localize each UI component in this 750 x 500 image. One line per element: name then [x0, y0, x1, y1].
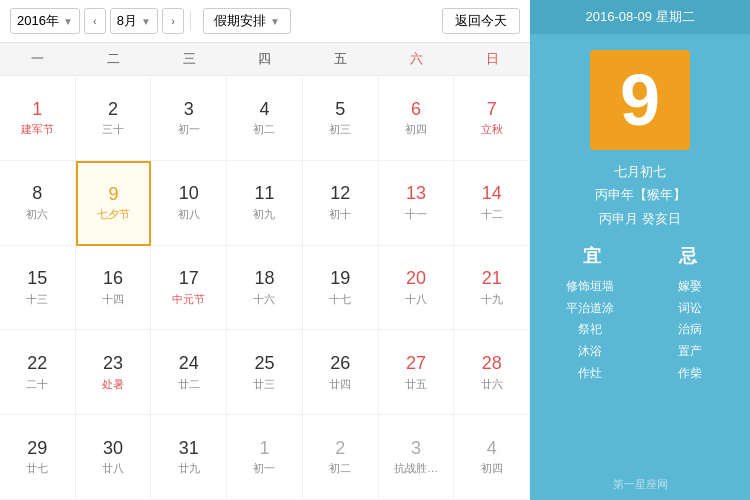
- yi-item: 作灶: [544, 363, 636, 385]
- day-cell[interactable]: 7立秋: [454, 76, 530, 161]
- weekday-cell: 一: [0, 43, 76, 75]
- day-cell[interactable]: 8初六: [0, 161, 76, 246]
- lunar-line3: 丙申月 癸亥日: [595, 207, 686, 230]
- day-lunar: 初二: [329, 461, 351, 476]
- day-cell[interactable]: 3初一: [151, 76, 227, 161]
- day-cell[interactable]: 10初八: [151, 161, 227, 246]
- holiday-arrow: ▼: [270, 16, 280, 27]
- day-number: 22: [27, 353, 47, 375]
- day-cell[interactable]: 2三十: [76, 76, 152, 161]
- ji-item: 词讼: [644, 298, 736, 320]
- day-cell[interactable]: 1初一: [227, 415, 303, 500]
- yi-item: 平治道涂: [544, 298, 636, 320]
- day-lunar: 建军节: [21, 122, 54, 137]
- yi-ji-title: 宜 忌: [544, 244, 736, 268]
- day-cell[interactable]: 16十四: [76, 246, 152, 331]
- day-lunar: 廿八: [102, 461, 124, 476]
- day-cell[interactable]: 15十三: [0, 246, 76, 331]
- day-cell[interactable]: 22二十: [0, 330, 76, 415]
- day-cell[interactable]: 14十二: [454, 161, 530, 246]
- month-label: 8月: [117, 12, 137, 30]
- day-number: 2: [108, 99, 118, 121]
- ji-item: 嫁娶: [644, 276, 736, 298]
- day-cell[interactable]: 25廿三: [227, 330, 303, 415]
- weekday-cell: 六: [379, 43, 455, 75]
- weekday-cell: 五: [303, 43, 379, 75]
- day-cell[interactable]: 3抗战胜…: [379, 415, 455, 500]
- big-date-box: 9: [590, 50, 690, 150]
- month-select[interactable]: 8月 ▼: [110, 8, 158, 34]
- info-header: 2016-08-09 星期二: [530, 0, 750, 34]
- day-cell[interactable]: 23处暑: [76, 330, 152, 415]
- next-month-button[interactable]: ›: [162, 8, 184, 34]
- day-cell[interactable]: 26廿四: [303, 330, 379, 415]
- calendar-grid: 一二三四五六日 1建军节2三十3初一4初二5初三6初四7立秋8初六9七夕节10初…: [0, 43, 530, 500]
- day-lunar: 廿六: [481, 377, 503, 392]
- day-lunar: 十七: [329, 292, 351, 307]
- day-lunar: 廿四: [329, 377, 351, 392]
- ji-item: 治病: [644, 319, 736, 341]
- day-lunar: 处暑: [102, 377, 124, 392]
- day-cell[interactable]: 30廿八: [76, 415, 152, 500]
- day-number: 3: [184, 99, 194, 121]
- day-number: 3: [411, 438, 421, 460]
- day-cell[interactable]: 1建军节: [0, 76, 76, 161]
- day-cell[interactable]: 2初二: [303, 415, 379, 500]
- day-cell[interactable]: 20十八: [379, 246, 455, 331]
- day-cell[interactable]: 17中元节: [151, 246, 227, 331]
- yi-ji-content: 修饰垣墙平治道涂祭祀沐浴作灶 嫁娶词讼治病置产作柴: [544, 276, 736, 384]
- day-cell[interactable]: 13十一: [379, 161, 455, 246]
- day-cell[interactable]: 21十九: [454, 246, 530, 331]
- day-number: 2: [335, 438, 345, 460]
- day-number: 17: [179, 268, 199, 290]
- year-select[interactable]: 2016年 ▼: [10, 8, 80, 34]
- day-lunar: 廿三: [253, 377, 275, 392]
- day-lunar: 抗战胜…: [394, 461, 438, 476]
- day-number: 14: [482, 183, 502, 205]
- day-cell[interactable]: 11初九: [227, 161, 303, 246]
- day-lunar: 初九: [253, 207, 275, 222]
- prev-month-button[interactable]: ‹: [84, 8, 106, 34]
- day-lunar: 十九: [481, 292, 503, 307]
- day-number: 5: [335, 99, 345, 121]
- day-number: 21: [482, 268, 502, 290]
- lunar-line2: 丙申年【猴年】: [595, 183, 686, 206]
- day-number: 19: [330, 268, 350, 290]
- day-cell[interactable]: 5初三: [303, 76, 379, 161]
- day-cell[interactable]: 28廿六: [454, 330, 530, 415]
- day-lunar: 初二: [253, 122, 275, 137]
- ji-item: 置产: [644, 341, 736, 363]
- day-cell[interactable]: 18十六: [227, 246, 303, 331]
- day-cell[interactable]: 27廿五: [379, 330, 455, 415]
- day-cell[interactable]: 19十七: [303, 246, 379, 331]
- day-cell[interactable]: 4初二: [227, 76, 303, 161]
- yi-ji-section: 宜 忌 修饰垣墙平治道涂祭祀沐浴作灶 嫁娶词讼治病置产作柴: [530, 244, 750, 384]
- return-today-button[interactable]: 返回今天: [442, 8, 520, 34]
- holiday-button[interactable]: 假期安排 ▼: [203, 8, 291, 34]
- day-lunar: 廿九: [178, 461, 200, 476]
- day-number: 10: [179, 183, 199, 205]
- day-cell[interactable]: 24廿二: [151, 330, 227, 415]
- day-cell[interactable]: 4初四: [454, 415, 530, 500]
- day-cell[interactable]: 9七夕节: [76, 161, 152, 246]
- ji-column: 嫁娶词讼治病置产作柴: [644, 276, 736, 384]
- day-cell[interactable]: 12初十: [303, 161, 379, 246]
- day-lunar: 初八: [178, 207, 200, 222]
- day-number: 4: [487, 438, 497, 460]
- yi-item: 沐浴: [544, 341, 636, 363]
- day-lunar: 初四: [481, 461, 503, 476]
- day-lunar: 廿二: [178, 377, 200, 392]
- day-lunar: 初一: [178, 122, 200, 137]
- day-cell[interactable]: 6初四: [379, 76, 455, 161]
- day-cell[interactable]: 31廿九: [151, 415, 227, 500]
- day-number: 4: [259, 99, 269, 121]
- day-lunar: 十三: [26, 292, 48, 307]
- info-panel: 2016-08-09 星期二 9 七月初七 丙申年【猴年】 丙申月 癸亥日 宜 …: [530, 0, 750, 500]
- calendar-panel: 2016年 ▼ ‹ 8月 ▼ › 假期安排 ▼ 返回今天 一二三四五六日 1建军…: [0, 0, 530, 500]
- day-lunar: 廿五: [405, 377, 427, 392]
- day-number: 8: [32, 183, 42, 205]
- day-cell[interactable]: 29廿七: [0, 415, 76, 500]
- yi-item: 修饰垣墙: [544, 276, 636, 298]
- yi-column: 修饰垣墙平治道涂祭祀沐浴作灶: [544, 276, 636, 384]
- day-number: 13: [406, 183, 426, 205]
